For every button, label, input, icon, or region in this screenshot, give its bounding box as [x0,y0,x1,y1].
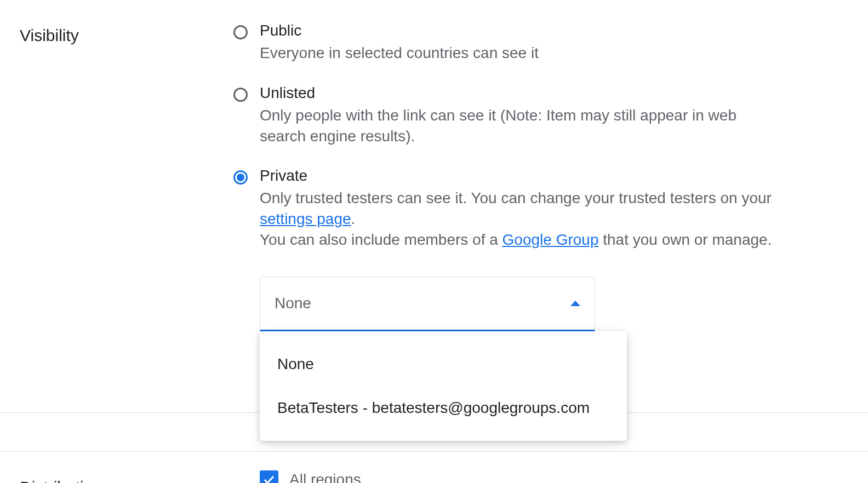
dropdown-option-none[interactable]: None [260,342,627,386]
radio-option-private[interactable]: Private Only trusted testers can see it.… [233,167,848,250]
group-select-wrapper: None None BetaTesters - betatesters@goog… [260,277,595,331]
radio-public-title: Public [260,22,848,39]
group-select[interactable]: None [260,277,595,331]
group-select-dropdown: None BetaTesters - betatesters@googlegro… [260,331,627,441]
private-desc-text-3: You can also include members of a [260,231,502,248]
caret-up-icon [570,301,580,306]
visibility-label: Visibility [20,22,233,45]
google-group-link[interactable]: Google Group [502,231,599,248]
settings-page-link[interactable]: settings page [260,210,351,227]
group-select-value: None [275,295,311,312]
radio-public-description: Everyone in selected countries can see i… [260,43,775,64]
radio-private[interactable] [233,170,248,185]
radio-unlisted[interactable] [233,88,248,102]
all-regions-checkbox[interactable] [260,470,278,483]
visibility-section: Visibility Public Everyone in selected c… [20,22,848,331]
radio-private-description: Only trusted testers can see it. You can… [260,188,775,250]
radio-unlisted-description: Only people with the link can see it (No… [260,105,775,147]
radio-public[interactable] [233,25,248,39]
radio-option-unlisted[interactable]: Unlisted Only people with the link can s… [233,84,848,147]
private-desc-text-1: Only trusted testers can see it. You can… [260,189,772,206]
distribution-section: Distribution All regions [0,452,868,483]
all-regions-row[interactable]: All regions [260,470,848,483]
dropdown-option-betatesters[interactable]: BetaTesters - betatesters@googlegroups.c… [260,386,627,430]
radio-option-public[interactable]: Public Everyone in selected countries ca… [233,22,848,64]
radio-unlisted-title: Unlisted [260,84,848,102]
visibility-content: Public Everyone in selected countries ca… [233,22,848,331]
private-desc-text-2: . [351,210,356,227]
private-desc-text-4: that you own or manage. [598,231,772,248]
all-regions-label: All regions [289,471,361,483]
check-icon [262,473,276,483]
radio-private-title: Private [260,167,848,185]
distribution-label: Distribution [20,474,233,483]
